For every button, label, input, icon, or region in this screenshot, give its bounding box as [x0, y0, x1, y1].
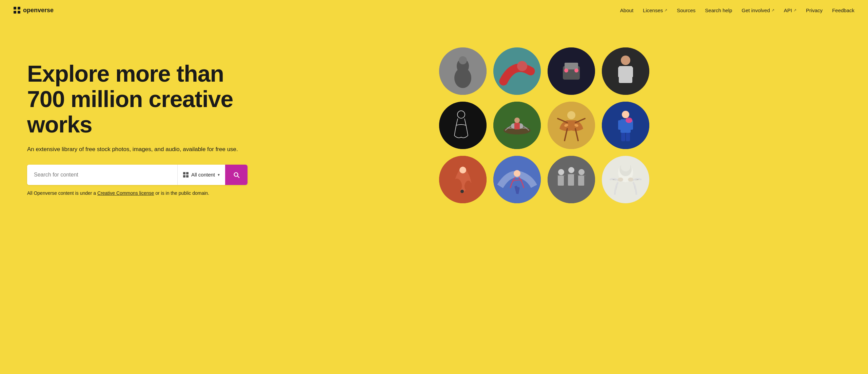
- image-circle-9[interactable]: [439, 156, 487, 203]
- image-circle-7[interactable]: [548, 102, 595, 149]
- svg-rect-50: [568, 174, 574, 186]
- chevron-down-icon: ▾: [218, 172, 220, 177]
- svg-point-25: [567, 111, 575, 119]
- content-type-label: All content: [191, 172, 215, 178]
- svg-point-40: [460, 190, 464, 193]
- nav-api[interactable]: API ↗: [784, 7, 796, 13]
- search-bar: All content ▾: [27, 165, 248, 185]
- image-circle-3[interactable]: [548, 47, 595, 95]
- svg-point-41: [493, 156, 541, 203]
- svg-point-55: [621, 162, 630, 171]
- search-icon: [233, 171, 240, 179]
- svg-point-57: [628, 178, 633, 182]
- svg-point-46: [558, 169, 564, 175]
- svg-point-12: [621, 56, 630, 65]
- svg-rect-14: [618, 67, 622, 77]
- main-container: Explore more than 700 million creative w…: [0, 20, 868, 374]
- creative-commons-link[interactable]: Creative Commons license: [97, 190, 154, 196]
- image-grid: [439, 47, 649, 203]
- left-section: Explore more than 700 million creative w…: [27, 41, 248, 196]
- image-circle-12[interactable]: [602, 156, 649, 203]
- image-circle-8[interactable]: [602, 102, 649, 149]
- navigation: openverse About Licenses ↗ Sources Searc…: [0, 0, 868, 20]
- nav-sources[interactable]: Sources: [677, 7, 695, 13]
- svg-rect-34: [626, 133, 630, 141]
- nav-about[interactable]: About: [620, 7, 633, 13]
- svg-point-29: [622, 111, 629, 118]
- svg-rect-33: [621, 133, 625, 141]
- svg-point-35: [626, 118, 632, 123]
- svg-point-56: [618, 178, 623, 182]
- search-input[interactable]: [27, 165, 177, 185]
- svg-rect-31: [618, 120, 622, 130]
- svg-point-3: [459, 56, 467, 64]
- svg-point-5: [517, 61, 527, 71]
- nav-search-help[interactable]: Search help: [705, 7, 732, 13]
- nav-privacy[interactable]: Privacy: [806, 7, 823, 13]
- logo-grid-icon: [14, 7, 20, 14]
- svg-rect-15: [630, 67, 633, 77]
- nav-get-involved[interactable]: Get involved ↗: [742, 7, 774, 13]
- svg-point-2: [454, 68, 471, 88]
- logo-text: openverse: [23, 7, 54, 14]
- image-circle-11[interactable]: [548, 156, 595, 203]
- svg-point-9: [564, 68, 568, 72]
- hero-subtitle: An extensive library of free stock photo…: [27, 145, 248, 154]
- image-circle-4[interactable]: [602, 47, 649, 95]
- svg-point-16: [439, 102, 487, 149]
- right-section: [248, 41, 841, 203]
- svg-rect-49: [558, 175, 564, 186]
- svg-point-37: [459, 167, 466, 173]
- svg-point-42: [514, 170, 520, 177]
- content-type-dropdown[interactable]: All content ▾: [177, 165, 225, 185]
- svg-point-47: [568, 167, 574, 173]
- svg-rect-8: [565, 63, 578, 69]
- image-circle-10[interactable]: [493, 156, 541, 203]
- search-button[interactable]: [225, 165, 248, 185]
- nav-feedback[interactable]: Feedback: [832, 7, 854, 13]
- image-circle-1[interactable]: [439, 47, 487, 95]
- image-circle-5[interactable]: [439, 102, 487, 149]
- license-note: All Openverse content is under a Creativ…: [27, 190, 248, 196]
- external-link-icon: ↗: [664, 8, 667, 13]
- external-link-icon-2: ↗: [771, 8, 774, 13]
- svg-rect-51: [578, 175, 584, 186]
- nav-links: About Licenses ↗ Sources Search help Get…: [620, 7, 854, 13]
- external-link-icon-3: ↗: [793, 8, 796, 13]
- image-circle-6[interactable]: [493, 102, 541, 149]
- nav-licenses[interactable]: Licenses ↗: [643, 7, 667, 13]
- svg-point-48: [578, 169, 585, 175]
- svg-point-23: [514, 118, 520, 123]
- content-type-icon: [183, 172, 189, 178]
- image-circle-2[interactable]: [493, 47, 541, 95]
- hero-title: Explore more than 700 million creative w…: [27, 61, 248, 137]
- svg-point-10: [574, 68, 578, 72]
- svg-rect-22: [514, 123, 520, 129]
- logo-link[interactable]: openverse: [14, 7, 54, 14]
